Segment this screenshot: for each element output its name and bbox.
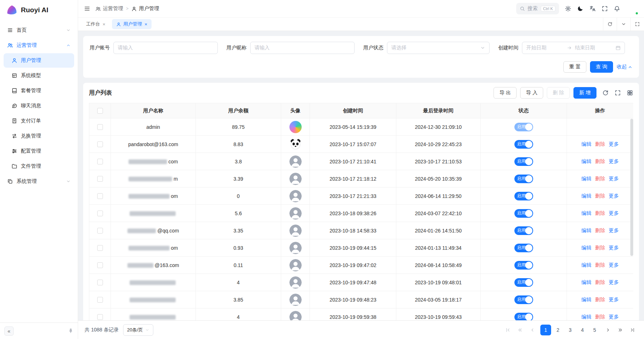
status-toggle[interactable]: 启用 [514,261,533,270]
row-checkbox[interactable] [97,211,103,216]
sidebar-item-person[interactable]: 用户管理 [4,53,74,68]
translate-icon[interactable] [589,5,596,12]
edit-link[interactable]: 编辑 [581,262,591,268]
column-header[interactable]: 状态 [481,103,567,118]
edit-link[interactable]: 编辑 [581,297,591,302]
delete-link[interactable]: 删除 [595,193,605,199]
chevron-down-icon[interactable] [617,18,630,31]
row-checkbox[interactable] [97,262,103,268]
sidebar-group-1[interactable]: 运营管理 [4,38,74,53]
row-checkbox[interactable] [97,159,103,164]
add-button[interactable]: 新 增 [573,87,596,99]
logo[interactable]: Ruoyi AI [0,0,78,20]
more-link[interactable]: 更多 [609,227,619,233]
column-header[interactable]: 最后登录时间 [396,103,481,118]
notifications-icon[interactable] [614,5,620,12]
settings-icon[interactable] [565,5,571,12]
breadcrumb-item-users[interactable]: 用户管理 [131,5,159,12]
collapse-filter-link[interactable]: 收起 [617,64,632,70]
status-toggle[interactable]: 启用 [514,295,533,304]
fullscreen-icon[interactable] [614,90,621,96]
delete-link[interactable]: 删除 [595,314,605,320]
account-input[interactable]: 请输入 [113,42,218,54]
close-icon[interactable]: × [145,22,148,27]
sidebar-item-swap[interactable]: 兑换管理 [4,129,74,143]
row-checkbox[interactable] [97,297,103,303]
import-button[interactable]: 导 入 [520,87,543,99]
edit-link[interactable]: 编辑 [581,158,591,164]
status-toggle[interactable]: 启用 [514,244,533,252]
page-button-1[interactable]: 1 [540,325,551,335]
jump-back-button[interactable] [515,325,525,335]
more-link[interactable]: 更多 [609,245,619,250]
more-link[interactable]: 更多 [609,141,619,147]
row-checkbox[interactable] [97,176,103,182]
sidebar-item-receipt[interactable]: 支付订单 [4,114,74,128]
more-link[interactable]: 更多 [609,314,619,320]
hamburger-menu-icon[interactable] [84,5,90,12]
more-link[interactable]: 更多 [609,297,619,302]
status-toggle[interactable]: 启用 [514,278,533,287]
reset-button[interactable]: 重 置 [563,61,586,73]
delete-link[interactable]: 删除 [595,227,605,233]
status-toggle[interactable]: 启用 [514,157,533,166]
nickname-input[interactable]: 请输入 [250,42,355,54]
delete-button[interactable]: 删 除 [547,87,570,99]
column-header[interactable]: 创建时间 [310,103,396,118]
status-toggle[interactable]: 启用 [514,226,533,235]
tab-workbench[interactable]: 工作台 × [82,19,110,29]
status-toggle[interactable]: 启用 [514,192,533,200]
edit-link[interactable]: 编辑 [581,245,591,250]
row-checkbox[interactable] [97,193,103,199]
vertical-scrollbar[interactable] [630,119,633,320]
page-button-3[interactable]: 3 [565,325,576,335]
edit-link[interactable]: 编辑 [581,210,591,216]
close-icon[interactable]: × [103,22,105,27]
row-checkbox[interactable] [97,314,103,320]
page-button-5[interactable]: 5 [589,325,600,335]
more-link[interactable]: 更多 [609,176,619,181]
delete-link[interactable]: 删除 [595,158,605,164]
delete-link[interactable]: 删除 [595,262,605,268]
pin-icon[interactable] [68,328,73,334]
edit-link[interactable]: 编辑 [581,227,591,233]
status-toggle[interactable]: 启用 [514,140,533,149]
sidebar-group-2[interactable]: 系统管理 [4,174,74,189]
status-toggle[interactable]: 启用 [514,209,533,218]
jump-forward-button[interactable] [615,325,625,335]
last-page-button[interactable] [627,325,638,335]
date-range-input[interactable]: 开始日期 结束日期 [522,42,625,54]
page-size-select[interactable]: 20条/页 [123,324,153,336]
sidebar-item-folder[interactable]: 文件管理 [4,159,74,173]
select-all-checkbox[interactable] [97,108,103,114]
column-header[interactable]: 操作 [567,103,634,118]
more-link[interactable]: 更多 [609,193,619,199]
export-button[interactable]: 导 出 [494,87,517,99]
edit-link[interactable]: 编辑 [581,193,591,199]
status-toggle[interactable]: 启用 [514,313,533,321]
sidebar-group-0[interactable]: 首页 [4,23,74,37]
delete-link[interactable]: 删除 [595,245,605,250]
expand-icon[interactable] [630,18,644,31]
refresh-icon[interactable] [603,18,617,31]
column-header[interactable]: 用户名称 [111,103,196,118]
user-avatar[interactable] [626,3,638,15]
delete-link[interactable]: 删除 [595,210,605,216]
column-header[interactable]: 头像 [281,103,310,118]
sidebar-item-sliders[interactable]: 配置管理 [4,144,74,158]
status-select[interactable]: 请选择 [387,42,490,54]
refresh-icon[interactable] [602,90,609,96]
row-checkbox[interactable] [97,141,103,147]
delete-link[interactable]: 删除 [595,279,605,285]
page-button-4[interactable]: 4 [577,325,588,335]
more-link[interactable]: 更多 [609,279,619,285]
global-search-input[interactable]: 搜索 Ctrl K [516,3,559,14]
fullscreen-icon[interactable] [602,5,608,12]
more-link[interactable]: 更多 [609,262,619,268]
dark-mode-icon[interactable] [577,5,584,12]
tab-user-management[interactable]: 用户管理 × [112,19,152,29]
status-toggle[interactable]: 启用 [514,123,533,131]
more-link[interactable]: 更多 [609,158,619,164]
row-checkbox[interactable] [97,228,103,234]
scrollbar-thumb[interactable] [630,119,633,256]
